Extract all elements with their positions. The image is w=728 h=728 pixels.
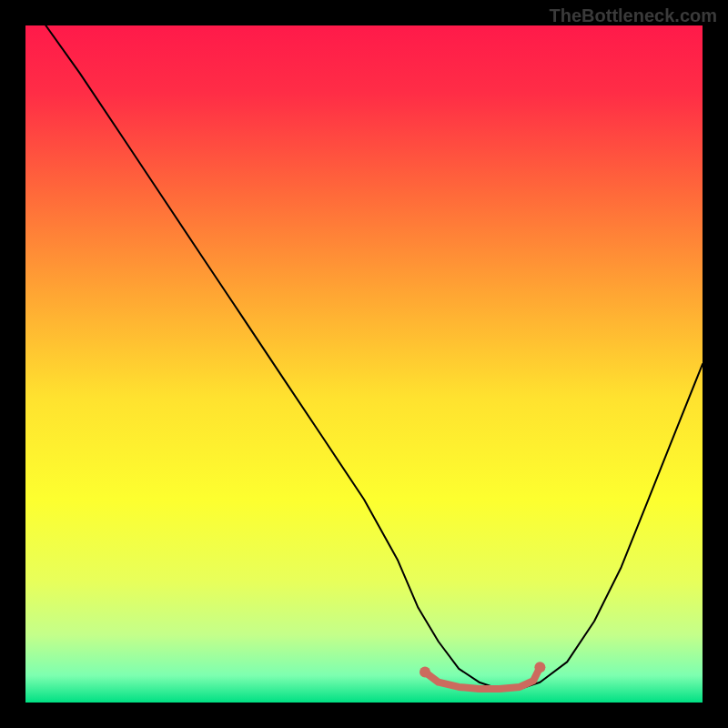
gradient-background <box>25 25 703 703</box>
optimal-start-dot <box>420 667 430 678</box>
chart-svg <box>25 25 703 703</box>
watermark-text: TheBottleneck.com <box>550 5 717 26</box>
chart-container: TheBottleneck.com <box>0 0 728 728</box>
plot-area <box>25 25 703 703</box>
optimal-end-dot <box>534 662 545 672</box>
